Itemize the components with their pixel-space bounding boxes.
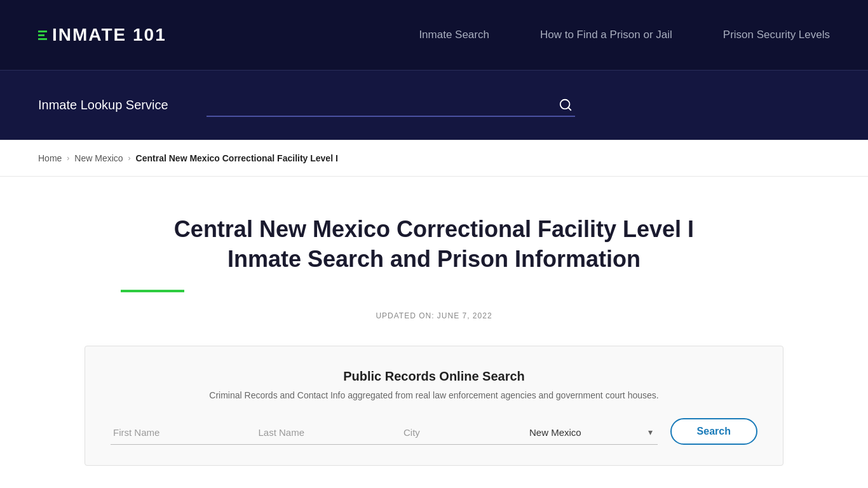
search-button-icon[interactable] xyxy=(559,98,573,112)
nav-inmate-search[interactable]: Inmate Search xyxy=(419,29,489,41)
records-search-subtitle: Criminal Records and Contact Info aggreg… xyxy=(111,390,757,400)
records-search-box: Public Records Online Search Criminal Re… xyxy=(85,346,783,466)
state-select[interactable]: New Mexico Alabama Alaska Arizona Arkans… xyxy=(527,421,658,445)
last-name-field xyxy=(255,421,400,445)
logo-bar-1 xyxy=(38,30,47,32)
magnifier-icon xyxy=(559,98,573,112)
main-content: Central New Mexico Correctional Facility… xyxy=(0,177,868,488)
page-title: Central New Mexico Correctional Facility… xyxy=(148,215,720,274)
breadcrumb-state[interactable]: New Mexico xyxy=(74,153,123,163)
svg-line-1 xyxy=(568,107,571,110)
last-name-input[interactable] xyxy=(255,421,400,445)
records-search-title: Public Records Online Search xyxy=(111,369,757,384)
breadcrumb-current: Central New Mexico Correctional Facility… xyxy=(136,153,338,163)
state-field: New Mexico Alabama Alaska Arizona Arkans… xyxy=(527,421,658,445)
search-section: Inmate Lookup Service xyxy=(0,70,868,140)
breadcrumb-home[interactable]: Home xyxy=(38,153,62,163)
updated-text: UPDATED ON: JUNE 7, 2022 xyxy=(38,311,830,320)
logo[interactable]: INMATE 101 xyxy=(38,25,166,45)
search-section-label: Inmate Lookup Service xyxy=(38,98,168,112)
first-name-input[interactable] xyxy=(111,421,255,445)
city-field xyxy=(401,421,527,445)
logo-text: INMATE 101 xyxy=(52,25,166,45)
nav-links: Inmate Search How to Find a Prison or Ja… xyxy=(419,29,830,41)
search-input[interactable] xyxy=(207,94,575,116)
city-input[interactable] xyxy=(401,421,527,445)
breadcrumb-separator-1: › xyxy=(67,154,69,163)
records-search-button[interactable]: Search xyxy=(670,418,757,445)
logo-bar-3 xyxy=(38,38,47,40)
records-search-form: New Mexico Alabama Alaska Arizona Arkans… xyxy=(111,418,757,445)
breadcrumb-section: Home › New Mexico › Central New Mexico C… xyxy=(0,140,868,177)
state-wrapper: New Mexico Alabama Alaska Arizona Arkans… xyxy=(527,421,658,445)
logo-bars-icon xyxy=(38,30,47,40)
title-underline xyxy=(121,290,184,292)
breadcrumb: Home › New Mexico › Central New Mexico C… xyxy=(38,153,830,163)
first-name-field xyxy=(111,421,255,445)
logo-bar-2 xyxy=(38,34,44,36)
nav-find-prison[interactable]: How to Find a Prison or Jail xyxy=(540,29,672,41)
top-navigation: INMATE 101 Inmate Search How to Find a P… xyxy=(0,0,868,70)
breadcrumb-separator-2: › xyxy=(128,154,131,163)
search-input-wrapper xyxy=(207,94,575,117)
nav-security-levels[interactable]: Prison Security Levels xyxy=(723,29,830,41)
